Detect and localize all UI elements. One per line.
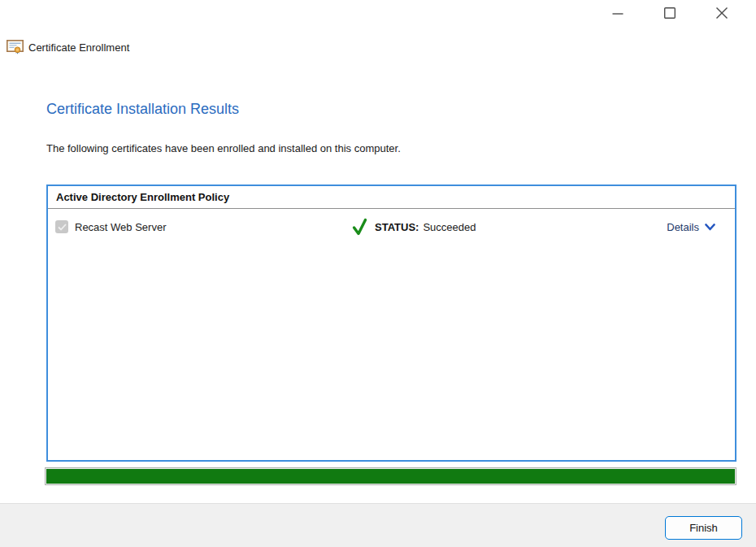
certificate-icon: [7, 40, 24, 54]
certificate-row: Recast Web Server STATUS: Succeeded Deta…: [48, 209, 735, 248]
details-label: Details: [667, 221, 699, 233]
status-label: STATUS:: [375, 221, 419, 233]
page-title: Certificate Installation Results: [46, 101, 239, 118]
checkbox-check-icon: [58, 224, 67, 231]
policy-panel-body: Recast Web Server STATUS: Succeeded Deta…: [48, 209, 735, 460]
window-title: Certificate Enrollment: [28, 41, 129, 54]
certificate-name: Recast Web Server: [75, 221, 166, 233]
close-button[interactable]: [715, 7, 728, 20]
close-icon: [715, 7, 728, 20]
chevron-down-icon: [705, 224, 715, 231]
page-description: The following certificates have been enr…: [46, 142, 401, 154]
certificate-enrollment-window: Certificate Enrollment Certificate Insta…: [0, 0, 756, 547]
enrollment-progress-bar: [45, 467, 736, 485]
status-group: STATUS: Succeeded: [352, 218, 476, 237]
enrollment-policy-panel: Active Directory Enrollment Policy Recas…: [46, 185, 736, 462]
maximize-icon: [663, 7, 676, 20]
minimize-icon: [611, 7, 624, 20]
details-button[interactable]: Details: [667, 221, 715, 233]
minimize-button[interactable]: [611, 7, 624, 20]
certificate-checkbox[interactable]: [55, 220, 68, 233]
green-checkmark-icon: [352, 218, 368, 237]
status-value: Succeeded: [423, 221, 476, 233]
policy-panel-header: Active Directory Enrollment Policy: [48, 186, 735, 209]
app-title-row: Certificate Enrollment: [7, 40, 129, 54]
maximize-button[interactable]: [663, 7, 676, 20]
footer-bar: Finish: [0, 503, 756, 547]
finish-button[interactable]: Finish: [665, 516, 742, 540]
progress-fill: [46, 469, 735, 484]
